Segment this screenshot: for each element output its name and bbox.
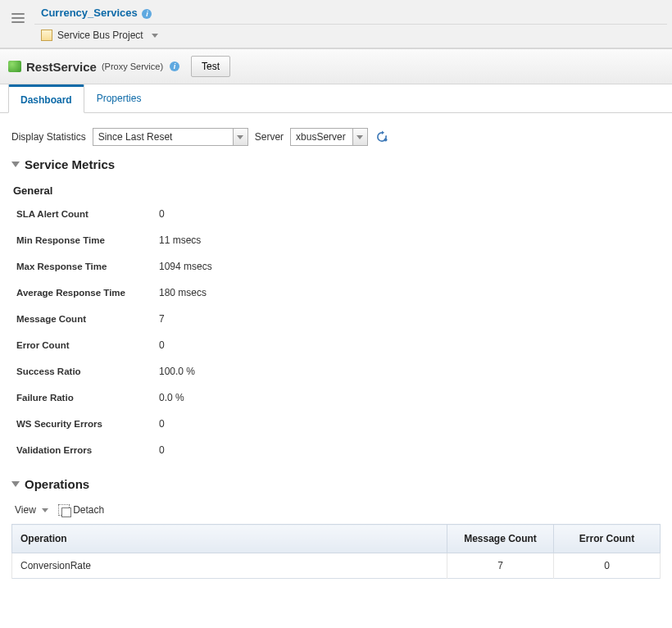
metric-value: 0 (159, 208, 165, 220)
collapse-icon (11, 481, 20, 487)
refresh-icon[interactable] (375, 130, 389, 144)
top-bar: Currency_Services i Service Bus Project (0, 0, 672, 48)
metric-value: 11 msecs (159, 234, 201, 246)
col-operation[interactable]: Operation (12, 525, 447, 553)
service-metrics-heading[interactable]: Service Metrics (11, 157, 661, 171)
view-menu[interactable]: View (15, 504, 48, 516)
metric-value: 0 (159, 444, 165, 456)
project-type-label: Service Bus Project (57, 30, 143, 41)
operations-toolbar: View Detach (15, 504, 661, 516)
metric-label: Validation Errors (16, 445, 159, 455)
test-button[interactable]: Test (191, 56, 230, 77)
metric-row: Error Count0 (16, 339, 661, 351)
proxy-service-icon (8, 61, 21, 72)
metric-label: SLA Alert Count (16, 209, 159, 219)
detach-button[interactable]: Detach (58, 504, 104, 516)
operations-title: Operations (25, 477, 89, 491)
collapse-icon (11, 162, 20, 167)
chevron-down-icon (352, 129, 367, 145)
metric-value: 0.0 % (159, 392, 184, 403)
service-name: RestService (26, 60, 97, 74)
cell-operation: ConversionRate (12, 553, 447, 579)
metric-value: 0 (159, 339, 165, 351)
display-statistics-select[interactable]: Since Last Reset (93, 128, 248, 146)
info-icon[interactable]: i (142, 9, 152, 19)
metric-row: Validation Errors0 (16, 444, 661, 456)
metrics-table: SLA Alert Count0 Min Response Time11 mse… (16, 208, 661, 456)
metric-value: 0 (159, 418, 165, 430)
service-type: (Proxy Service) (102, 61, 163, 71)
server-label: Server (255, 131, 284, 143)
filter-row: Display Statistics Since Last Reset Serv… (11, 128, 661, 146)
metric-row: WS Security Errors0 (16, 418, 661, 430)
tab-dashboard[interactable]: Dashboard (8, 84, 84, 113)
metric-label: Failure Ratio (16, 393, 159, 403)
chevron-down-icon (233, 129, 247, 145)
info-icon[interactable]: i (170, 61, 179, 71)
tab-bar: Dashboard Properties (0, 84, 672, 113)
operations-section: Operations View Detach Operation Message… (11, 477, 661, 579)
service-metrics-title: Service Metrics (25, 157, 115, 171)
metric-value: 180 msecs (159, 287, 207, 298)
metric-row: Success Ratio100.0 % (16, 366, 661, 377)
chevron-down-icon (42, 508, 48, 512)
metric-row: Max Response Time1094 msecs (16, 261, 661, 272)
metric-value: 7 (159, 313, 165, 325)
cell-error-count: 0 (554, 553, 661, 579)
content-area: Display Statistics Since Last Reset Serv… (0, 113, 672, 587)
metric-label: WS Security Errors (16, 419, 159, 429)
general-heading: General (13, 184, 661, 197)
operations-heading[interactable]: Operations (11, 477, 661, 491)
metric-label: Success Ratio (16, 366, 159, 376)
metric-label: Min Response Time (16, 235, 159, 245)
page-title: Currency_Services (41, 7, 138, 19)
server-value: xbusServer (291, 131, 352, 143)
operations-table: Operation Message Count Error Count Conv… (11, 524, 661, 579)
metric-row: SLA Alert Count0 (16, 208, 661, 220)
svg-point-0 (384, 139, 387, 142)
detach-icon (58, 504, 70, 516)
metric-label: Average Response Time (16, 288, 159, 298)
cell-message-count: 7 (447, 553, 554, 579)
metric-row: Average Response Time180 msecs (16, 287, 661, 298)
metric-label: Message Count (16, 314, 159, 324)
display-statistics-value: Since Last Reset (93, 131, 233, 143)
breadcrumb[interactable]: Currency_Services i (34, 5, 667, 24)
project-type-row[interactable]: Service Bus Project (34, 24, 667, 46)
metric-label: Error Count (16, 340, 159, 350)
col-error-count[interactable]: Error Count (554, 525, 661, 553)
metric-row: Message Count7 (16, 313, 661, 325)
metric-label: Max Response Time (16, 262, 159, 271)
display-statistics-label: Display Statistics (11, 131, 86, 143)
service-header: RestService (Proxy Service) i Test (0, 48, 672, 84)
metric-row: Failure Ratio0.0 % (16, 392, 661, 403)
server-select[interactable]: xbusServer (290, 128, 368, 146)
project-icon (41, 30, 52, 41)
metric-value: 100.0 % (159, 366, 195, 377)
tab-properties[interactable]: Properties (84, 84, 154, 113)
chevron-down-icon (152, 34, 158, 38)
col-message-count[interactable]: Message Count (447, 525, 554, 553)
metric-row: Min Response Time11 msecs (16, 234, 661, 246)
menu-icon[interactable] (7, 7, 30, 30)
metric-value: 1094 msecs (159, 261, 212, 272)
table-row[interactable]: ConversionRate 7 0 (12, 553, 661, 579)
